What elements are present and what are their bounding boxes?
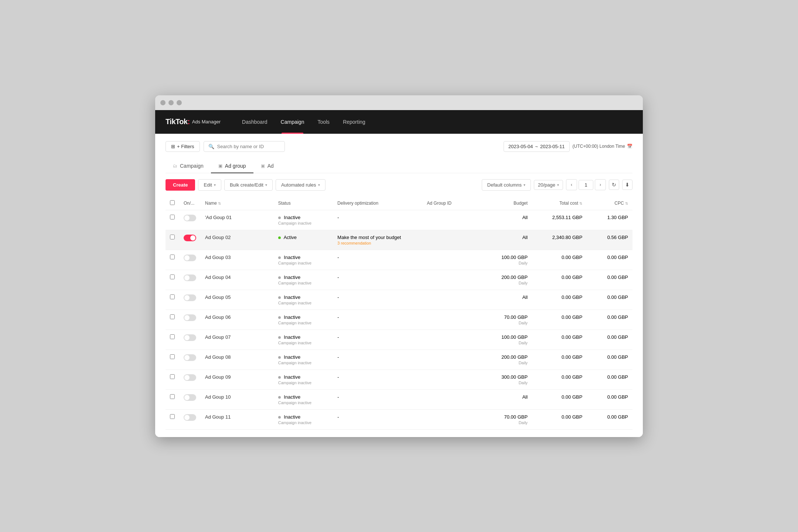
row-name[interactable]: Ad Goup 08: [205, 354, 231, 360]
prev-page-button[interactable]: ‹: [566, 179, 577, 190]
row-toggle[interactable]: [184, 314, 196, 321]
row-total-cost: 0.00 GBP: [562, 414, 582, 420]
row-toggle[interactable]: [184, 235, 196, 241]
nav-tools[interactable]: Tools: [311, 110, 336, 134]
row-checkbox[interactable]: [170, 374, 175, 379]
row-checkbox[interactable]: [170, 255, 175, 259]
calendar-icon[interactable]: 📅: [627, 144, 632, 149]
row-name[interactable]: Ad Goup 09: [205, 374, 231, 380]
toolbar-right: Default columns ▾ 20/page ▾ ‹ 1 ›: [482, 179, 632, 191]
row-checkbox[interactable]: [170, 314, 175, 319]
create-button[interactable]: Create: [166, 179, 195, 191]
row-checkbox[interactable]: [170, 294, 175, 299]
status-dot: [278, 256, 281, 259]
row-delivery: -: [337, 274, 339, 280]
row-cpc: 0.00 GBP: [607, 374, 628, 380]
row-checkbox[interactable]: [170, 215, 175, 219]
row-name-cell: Ad Goup 05: [201, 290, 274, 310]
bulk-create-button[interactable]: Bulk create/Edit ▾: [224, 179, 273, 191]
row-checkbox[interactable]: [170, 414, 175, 419]
row-status-cell: Active: [274, 230, 333, 250]
edit-button[interactable]: Edit ▾: [198, 179, 221, 191]
row-toggle[interactable]: [184, 334, 196, 341]
row-toggle[interactable]: [184, 374, 196, 381]
row-name[interactable]: Ad Goup 03: [205, 255, 231, 260]
row-toggle[interactable]: [184, 414, 196, 421]
row-toggle[interactable]: [184, 354, 196, 361]
row-status: Inactive: [284, 255, 300, 260]
row-budget-sub: Daily: [482, 261, 528, 265]
next-page-button[interactable]: ›: [595, 179, 606, 190]
header-checkbox: [166, 197, 179, 210]
row-delivery: -: [337, 294, 339, 300]
name-sort-icon[interactable]: ⇅: [218, 201, 221, 205]
tab-campaign[interactable]: 🗂 Campaign: [166, 159, 211, 173]
row-toggle[interactable]: [184, 394, 196, 401]
ad-groups-table: On/... Name ⇅ Status Delivery optimizati…: [166, 197, 632, 430]
row-toggle-cell: [179, 250, 201, 270]
row-checkbox[interactable]: [170, 394, 175, 399]
row-toggle-cell: [179, 389, 201, 409]
row-toggle[interactable]: [184, 255, 196, 261]
row-toggle[interactable]: [184, 215, 196, 221]
date-range-picker[interactable]: 2023-05-04 ~ 2023-05-11: [504, 141, 570, 152]
row-budget-cell: 70.00 GBP Daily: [477, 409, 532, 429]
refresh-button[interactable]: ↻: [609, 180, 619, 190]
row-toggle[interactable]: [184, 274, 196, 281]
close-btn[interactable]: [160, 100, 166, 105]
nav-campaign[interactable]: Campaign: [274, 110, 311, 134]
row-checkbox[interactable]: [170, 334, 175, 339]
row-id-cell: [423, 369, 477, 389]
row-name[interactable]: Ad Goup 11: [205, 414, 231, 420]
status-dot: [278, 236, 281, 239]
tab-ad[interactable]: ▣ Ad: [253, 159, 281, 173]
page-number[interactable]: 1: [579, 180, 593, 190]
row-checkbox[interactable]: [170, 274, 175, 279]
row-total-cost-cell: 0.00 GBP: [532, 330, 587, 349]
select-all-checkbox[interactable]: [170, 200, 175, 205]
row-name[interactable]: Ad Goup 04: [205, 274, 231, 280]
row-name[interactable]: Ad Goup 07: [205, 334, 231, 340]
columns-button[interactable]: Default columns ▾: [482, 179, 531, 191]
nav-reporting[interactable]: Reporting: [336, 110, 372, 134]
filters-button[interactable]: ⊞ + Filters: [166, 141, 200, 152]
main-content: ⊞ + Filters 🔍 2023-05-04 ~ 2023-05-11 (U…: [155, 134, 643, 437]
row-id-cell: [423, 230, 477, 250]
row-cpc-cell: 0.00 GBP: [587, 349, 632, 369]
row-id-cell: [423, 409, 477, 429]
row-cpc: 0.00 GBP: [607, 274, 628, 280]
row-toggle[interactable]: [184, 294, 196, 301]
row-name[interactable]: 'Ad Goup 01: [205, 215, 232, 220]
row-budget: 200.00 GBP: [501, 274, 528, 280]
row-name[interactable]: Ad Goup 05: [205, 294, 231, 300]
row-budget-cell: 100.00 GBP Daily: [477, 250, 532, 270]
nav-dashboard[interactable]: Dashboard: [235, 110, 274, 134]
maximize-btn[interactable]: [177, 100, 182, 105]
date-start: 2023-05-04: [508, 144, 533, 149]
nav-links: Dashboard Campaign Tools Reporting: [235, 110, 372, 134]
row-name[interactable]: Ad Goup 02: [205, 235, 231, 240]
status-dot: [278, 336, 281, 339]
per-page-selector[interactable]: 20/page ▾: [534, 180, 563, 190]
header-total-cost: Total cost ⇅: [532, 197, 587, 210]
row-budget-cell: All: [477, 389, 532, 409]
row-checkbox[interactable]: [170, 235, 175, 239]
row-cpc-cell: 0.00 GBP: [587, 290, 632, 310]
total-sort-icon[interactable]: ⇅: [579, 201, 582, 205]
minimize-btn[interactable]: [168, 100, 174, 105]
row-checkbox-cell: [166, 369, 179, 389]
automated-rules-button[interactable]: Automated rules ▾: [276, 179, 325, 191]
cpc-sort-icon[interactable]: ⇅: [625, 201, 628, 205]
row-checkbox[interactable]: [170, 354, 175, 359]
search-box[interactable]: 🔍: [204, 141, 285, 152]
row-name[interactable]: Ad Goup 06: [205, 314, 231, 320]
row-checkbox-cell: [166, 230, 179, 250]
search-input[interactable]: [217, 144, 280, 149]
status-sub: Campaign inactive: [278, 301, 329, 305]
row-status-cell: Inactive Campaign inactive: [274, 389, 333, 409]
row-budget: 100.00 GBP: [501, 334, 528, 340]
download-button[interactable]: ⬇: [622, 180, 632, 190]
row-status: Inactive: [284, 354, 300, 360]
row-name[interactable]: Ad Goup 10: [205, 394, 231, 400]
tab-adgroup[interactable]: ▣ Ad group: [211, 159, 253, 173]
